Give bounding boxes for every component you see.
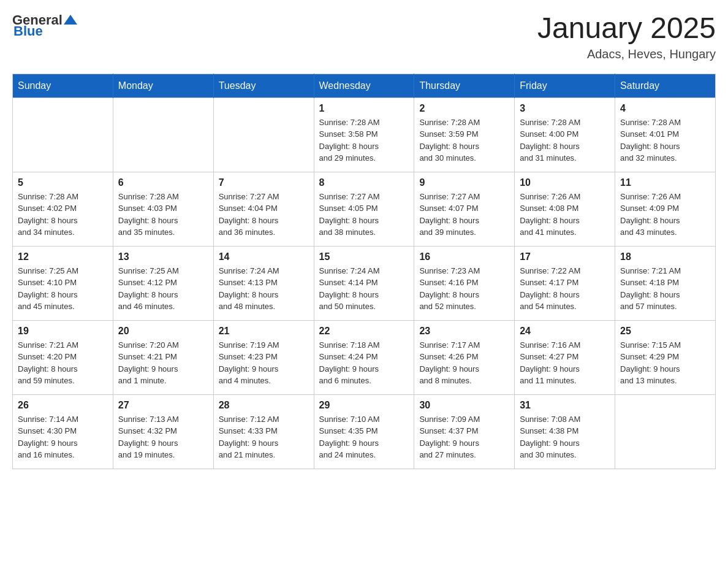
weekday-header-monday: Monday xyxy=(113,74,213,98)
weekday-header-tuesday: Tuesday xyxy=(213,74,314,98)
calendar-cell: 1Sunrise: 7:28 AMSunset: 3:58 PMDaylight… xyxy=(314,98,414,172)
day-info: Sunrise: 7:19 AMSunset: 4:23 PMDaylight:… xyxy=(219,339,309,387)
day-info: Sunrise: 7:14 AMSunset: 4:30 PMDaylight:… xyxy=(18,413,108,461)
day-info: Sunrise: 7:12 AMSunset: 4:33 PMDaylight:… xyxy=(219,413,309,461)
calendar-header: SundayMondayTuesdayWednesdayThursdayFrid… xyxy=(13,74,716,98)
day-info: Sunrise: 7:28 AMSunset: 4:01 PMDaylight:… xyxy=(620,117,710,164)
calendar-cell: 7Sunrise: 7:27 AMSunset: 4:04 PMDaylight… xyxy=(213,172,314,246)
calendar-cell xyxy=(213,98,314,172)
calendar-cell: 14Sunrise: 7:24 AMSunset: 4:13 PMDayligh… xyxy=(213,246,314,320)
day-number: 18 xyxy=(620,251,710,262)
day-number: 8 xyxy=(319,177,409,188)
calendar-cell: 5Sunrise: 7:28 AMSunset: 4:02 PMDaylight… xyxy=(13,172,113,246)
day-number: 13 xyxy=(118,251,208,262)
day-number: 31 xyxy=(520,400,610,411)
day-info: Sunrise: 7:16 AMSunset: 4:27 PMDaylight:… xyxy=(520,339,610,387)
day-info: Sunrise: 7:25 AMSunset: 4:10 PMDaylight:… xyxy=(18,265,108,313)
day-info: Sunrise: 7:22 AMSunset: 4:17 PMDaylight:… xyxy=(520,265,610,313)
day-number: 20 xyxy=(118,326,208,337)
calendar-week-row: 5Sunrise: 7:28 AMSunset: 4:02 PMDaylight… xyxy=(13,172,716,246)
day-number: 28 xyxy=(219,400,309,411)
svg-marker-0 xyxy=(64,15,77,25)
day-number: 2 xyxy=(419,103,509,114)
day-number: 30 xyxy=(419,400,509,411)
day-info: Sunrise: 7:24 AMSunset: 4:13 PMDaylight:… xyxy=(219,265,309,313)
weekday-header-friday: Friday xyxy=(515,74,615,98)
day-number: 22 xyxy=(319,326,409,337)
calendar-cell: 13Sunrise: 7:25 AMSunset: 4:12 PMDayligh… xyxy=(113,246,213,320)
calendar-cell: 18Sunrise: 7:21 AMSunset: 4:18 PMDayligh… xyxy=(615,246,716,320)
day-info: Sunrise: 7:23 AMSunset: 4:16 PMDaylight:… xyxy=(419,265,509,313)
day-number: 29 xyxy=(319,400,409,411)
day-number: 6 xyxy=(118,177,208,188)
day-info: Sunrise: 7:26 AMSunset: 4:08 PMDaylight:… xyxy=(520,191,610,239)
day-number: 19 xyxy=(18,326,108,337)
day-number: 5 xyxy=(18,177,108,188)
day-number: 7 xyxy=(219,177,309,188)
calendar-cell: 10Sunrise: 7:26 AMSunset: 4:08 PMDayligh… xyxy=(515,172,615,246)
title-block: January 2025 Adacs, Heves, Hungary xyxy=(537,12,716,61)
day-number: 24 xyxy=(520,326,610,337)
weekday-header-thursday: Thursday xyxy=(414,74,515,98)
calendar-cell: 31Sunrise: 7:08 AMSunset: 4:38 PMDayligh… xyxy=(515,394,615,469)
calendar-week-row: 26Sunrise: 7:14 AMSunset: 4:30 PMDayligh… xyxy=(13,394,716,469)
page-header: General Blue January 2025 Adacs, Heves, … xyxy=(12,12,716,61)
weekday-header-wednesday: Wednesday xyxy=(314,74,414,98)
weekday-header-row: SundayMondayTuesdayWednesdayThursdayFrid… xyxy=(13,74,716,98)
logo-blue-text: Blue xyxy=(13,23,43,39)
day-info: Sunrise: 7:28 AMSunset: 4:02 PMDaylight:… xyxy=(18,191,108,239)
calendar-cell: 29Sunrise: 7:10 AMSunset: 4:35 PMDayligh… xyxy=(314,394,414,469)
calendar-cell: 26Sunrise: 7:14 AMSunset: 4:30 PMDayligh… xyxy=(13,394,113,469)
calendar-week-row: 12Sunrise: 7:25 AMSunset: 4:10 PMDayligh… xyxy=(13,246,716,320)
day-info: Sunrise: 7:09 AMSunset: 4:37 PMDaylight:… xyxy=(419,413,509,461)
day-info: Sunrise: 7:24 AMSunset: 4:14 PMDaylight:… xyxy=(319,265,409,313)
calendar-cell: 23Sunrise: 7:17 AMSunset: 4:26 PMDayligh… xyxy=(414,320,515,394)
day-info: Sunrise: 7:28 AMSunset: 4:00 PMDaylight:… xyxy=(520,117,610,164)
calendar-cell: 17Sunrise: 7:22 AMSunset: 4:17 PMDayligh… xyxy=(515,246,615,320)
calendar-cell: 22Sunrise: 7:18 AMSunset: 4:24 PMDayligh… xyxy=(314,320,414,394)
calendar-cell xyxy=(13,98,113,172)
day-info: Sunrise: 7:26 AMSunset: 4:09 PMDaylight:… xyxy=(620,191,710,239)
day-info: Sunrise: 7:21 AMSunset: 4:20 PMDaylight:… xyxy=(18,339,108,387)
calendar-cell: 24Sunrise: 7:16 AMSunset: 4:27 PMDayligh… xyxy=(515,320,615,394)
calendar-cell: 28Sunrise: 7:12 AMSunset: 4:33 PMDayligh… xyxy=(213,394,314,469)
calendar-cell: 12Sunrise: 7:25 AMSunset: 4:10 PMDayligh… xyxy=(13,246,113,320)
day-number: 16 xyxy=(419,251,509,262)
day-number: 1 xyxy=(319,103,409,114)
calendar-cell: 2Sunrise: 7:28 AMSunset: 3:59 PMDaylight… xyxy=(414,98,515,172)
day-info: Sunrise: 7:28 AMSunset: 3:58 PMDaylight:… xyxy=(319,117,409,164)
day-info: Sunrise: 7:28 AMSunset: 4:03 PMDaylight:… xyxy=(118,191,208,239)
day-info: Sunrise: 7:08 AMSunset: 4:38 PMDaylight:… xyxy=(520,413,610,461)
calendar-cell xyxy=(113,98,213,172)
day-number: 23 xyxy=(419,326,509,337)
calendar-cell xyxy=(615,394,716,469)
day-number: 9 xyxy=(419,177,509,188)
day-info: Sunrise: 7:25 AMSunset: 4:12 PMDaylight:… xyxy=(118,265,208,313)
calendar-cell: 19Sunrise: 7:21 AMSunset: 4:20 PMDayligh… xyxy=(13,320,113,394)
day-number: 4 xyxy=(620,103,710,114)
day-number: 26 xyxy=(18,400,108,411)
calendar-cell: 20Sunrise: 7:20 AMSunset: 4:21 PMDayligh… xyxy=(113,320,213,394)
calendar-cell: 4Sunrise: 7:28 AMSunset: 4:01 PMDaylight… xyxy=(615,98,716,172)
logo: General Blue xyxy=(12,12,77,39)
day-number: 17 xyxy=(520,251,610,262)
day-info: Sunrise: 7:27 AMSunset: 4:07 PMDaylight:… xyxy=(419,191,509,239)
day-info: Sunrise: 7:21 AMSunset: 4:18 PMDaylight:… xyxy=(620,265,710,313)
calendar-cell: 25Sunrise: 7:15 AMSunset: 4:29 PMDayligh… xyxy=(615,320,716,394)
day-info: Sunrise: 7:27 AMSunset: 4:05 PMDaylight:… xyxy=(319,191,409,239)
calendar-cell: 16Sunrise: 7:23 AMSunset: 4:16 PMDayligh… xyxy=(414,246,515,320)
calendar-title: January 2025 xyxy=(537,12,716,45)
calendar-week-row: 19Sunrise: 7:21 AMSunset: 4:20 PMDayligh… xyxy=(13,320,716,394)
calendar-cell: 11Sunrise: 7:26 AMSunset: 4:09 PMDayligh… xyxy=(615,172,716,246)
day-number: 27 xyxy=(118,400,208,411)
day-info: Sunrise: 7:17 AMSunset: 4:26 PMDaylight:… xyxy=(419,339,509,387)
weekday-header-sunday: Sunday xyxy=(13,74,113,98)
calendar-cell: 9Sunrise: 7:27 AMSunset: 4:07 PMDaylight… xyxy=(414,172,515,246)
calendar-cell: 6Sunrise: 7:28 AMSunset: 4:03 PMDaylight… xyxy=(113,172,213,246)
day-info: Sunrise: 7:13 AMSunset: 4:32 PMDaylight:… xyxy=(118,413,208,461)
day-info: Sunrise: 7:28 AMSunset: 3:59 PMDaylight:… xyxy=(419,117,509,164)
logo-triangle-icon xyxy=(64,12,77,26)
day-info: Sunrise: 7:10 AMSunset: 4:35 PMDaylight:… xyxy=(319,413,409,461)
calendar-subtitle: Adacs, Heves, Hungary xyxy=(537,47,716,61)
day-info: Sunrise: 7:27 AMSunset: 4:04 PMDaylight:… xyxy=(219,191,309,239)
